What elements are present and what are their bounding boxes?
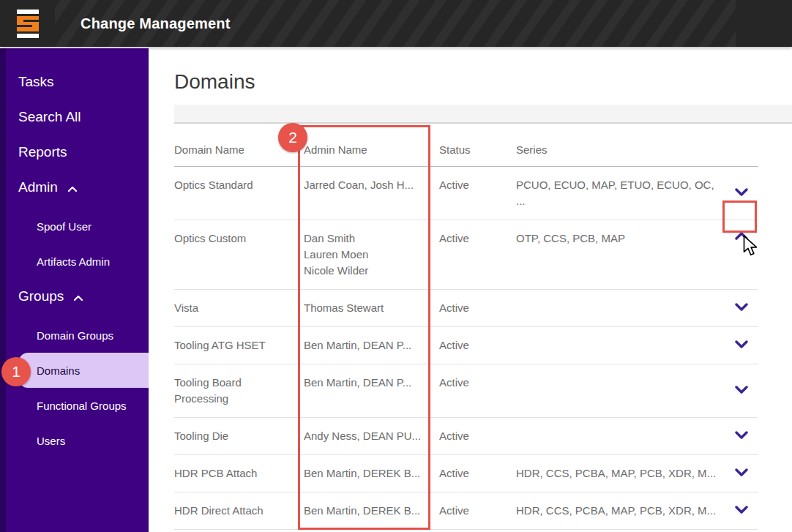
sidebar-item-label: Reports	[18, 144, 67, 160]
table-row: Vista Thomas Stewart Active	[174, 290, 758, 327]
domain-name-cell: Optics Standard	[174, 167, 304, 220]
annotation-step-number: 1	[12, 363, 20, 381]
sidebar-item-label: Functional Groups	[37, 400, 127, 412]
series-cell: OTP, CCS, PCB, MAP	[516, 220, 725, 289]
annotation-step-1-badge: 1	[1, 357, 31, 386]
mouse-cursor-icon	[743, 235, 761, 260]
sidebar-item-label: Artifacts Admin	[37, 255, 110, 268]
annotation-box-collapse-button	[722, 201, 757, 233]
domain-name-cell: Tooling ATG HSET	[174, 327, 304, 364]
col-header-status: Status	[439, 124, 516, 166]
domain-name-cell: Tooling Die	[174, 418, 304, 454]
domain-name-cell: HDR PCB Attach	[174, 455, 304, 492]
annotation-step-number: 2	[288, 129, 297, 146]
title-divider-band	[174, 105, 792, 124]
series-cell: HDR, CCS, PCBA, MAP, PCB, XDR, M...	[516, 492, 725, 529]
chevron-down-icon	[733, 339, 750, 352]
table-row-expanded: Optics Custom Dan Smith Lauren Moen Nico…	[174, 220, 758, 290]
chevron-down-icon	[733, 187, 750, 200]
sidebar-item-admin[interactable]: Admin	[6, 170, 149, 205]
status-cell: Active	[439, 220, 516, 289]
expand-row-button[interactable]	[725, 290, 758, 326]
sidebar-item-label: Domain Groups	[37, 329, 113, 342]
sidebar-item-functional-groups[interactable]: Functional Groups	[6, 388, 149, 423]
sidebar-item-domains[interactable]: Domains	[19, 353, 149, 388]
sidebar-item-label: Admin	[18, 179, 58, 195]
status-cell: Active	[439, 290, 516, 326]
sidebar-item-label: Tasks	[18, 74, 54, 90]
sidebar-item-label: Spoof User	[37, 220, 91, 233]
table-row: Tooling ATG HSET Ben Martin, DEAN P... A…	[174, 327, 758, 364]
app-logo[interactable]	[0, 0, 55, 47]
domain-name-cell: Tooling Board Processing	[174, 364, 304, 417]
sidebar: Tasks Search All Reports Admin Spoof Use…	[0, 48, 149, 532]
series-cell	[516, 327, 725, 364]
annotation-step-2-badge: 2	[278, 123, 307, 152]
app-header: Change Management	[0, 0, 792, 47]
table-row: Optics Standard Jarred Coan, Josh H... A…	[174, 167, 758, 220]
sidebar-item-tasks[interactable]: Tasks	[6, 64, 149, 100]
expand-row-button[interactable]	[725, 364, 758, 417]
chevron-up-icon	[67, 180, 78, 196]
chevron-down-icon	[733, 504, 750, 517]
header-right-spacer	[736, 0, 792, 47]
table-row: Tooling Board Processing Ben Martin, DEA…	[174, 364, 758, 418]
expand-row-button[interactable]	[725, 418, 758, 454]
sidebar-item-label: Domains	[37, 364, 80, 377]
status-cell: Active	[439, 327, 516, 364]
status-cell: Active	[439, 418, 516, 454]
table-row: HDR PCB Attach Ben Martin, DEREK B... Ac…	[174, 455, 758, 492]
table-row: HDR Direct Attach Ben Martin, DEREK B...…	[174, 492, 758, 530]
page-title: Domains	[174, 70, 792, 94]
chevron-down-icon	[733, 430, 750, 443]
col-header-series: Series	[516, 124, 725, 166]
series-cell	[516, 290, 725, 326]
sidebar-item-label: Groups	[18, 288, 64, 304]
expand-row-button[interactable]	[725, 492, 758, 529]
app-title: Change Management	[81, 15, 231, 32]
sidebar-item-search-all[interactable]: Search All	[6, 100, 149, 135]
sidebar-item-label: Users	[37, 435, 65, 447]
sidebar-item-domain-groups[interactable]: Domain Groups	[6, 318, 149, 353]
chevron-down-icon	[733, 467, 750, 480]
table-header-row: Domain Name Admin Name Status Series	[174, 124, 758, 167]
sidebar-item-users[interactable]: Users	[6, 423, 149, 458]
series-cell: PCUO, ECUO, MAP, ETUO, ECUO, OC, ...	[516, 167, 725, 220]
chevron-up-icon	[73, 289, 83, 305]
sidebar-item-artifacts-admin[interactable]: Artifacts Admin	[6, 244, 149, 279]
main-content: Domains Domain Name Admin Name Status Se…	[149, 47, 792, 532]
status-cell: Active	[439, 167, 516, 220]
col-header-expander	[725, 124, 758, 166]
expand-row-button[interactable]	[725, 455, 758, 492]
expand-row-button[interactable]	[725, 327, 758, 364]
s-logo-icon	[17, 10, 39, 38]
sidebar-item-spoof-user[interactable]: Spoof User	[6, 209, 149, 244]
table-row: Tooling Die Andy Ness, DEAN PU... Active	[174, 418, 758, 455]
sidebar-item-groups[interactable]: Groups	[6, 279, 149, 314]
status-cell: Active	[439, 455, 516, 492]
series-cell: HDR, CCS, PCBA, MAP, PCB, XDR, M...	[516, 455, 725, 492]
annotation-box-admin-name-column	[298, 125, 430, 530]
status-cell: Active	[439, 492, 516, 529]
status-cell: Active	[439, 364, 516, 417]
domains-table: Domain Name Admin Name Status Series Opt…	[174, 124, 758, 532]
series-cell	[516, 364, 725, 417]
sidebar-item-label: Search All	[18, 109, 81, 125]
chevron-down-icon	[733, 384, 750, 397]
domain-name-cell: Vista	[174, 290, 304, 326]
sidebar-item-reports[interactable]: Reports	[6, 135, 149, 170]
domain-name-cell: Optics Custom	[174, 220, 304, 289]
series-cell	[516, 418, 725, 454]
domain-name-cell: HDR Direct Attach	[174, 492, 304, 529]
chevron-down-icon	[733, 301, 750, 315]
